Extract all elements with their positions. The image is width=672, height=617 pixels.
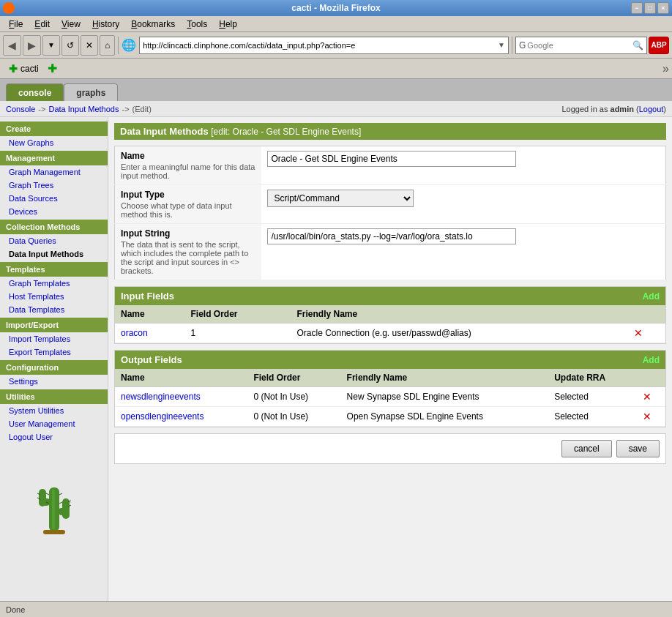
form-input-string-input[interactable] <box>267 228 516 244</box>
form-name-input[interactable] <box>267 151 516 167</box>
output-fields-header: Output Fields Add <box>115 351 665 369</box>
menu-edit[interactable]: Edit <box>29 18 56 31</box>
search-button[interactable]: 🔍 <box>632 40 643 51</box>
window-controls[interactable]: − □ × <box>631 2 669 14</box>
output-field-delete-1[interactable]: ✕ <box>637 407 665 427</box>
bookmark-label: cacti <box>20 64 39 74</box>
input-field-order-0: 1 <box>184 324 291 343</box>
input-fields-header: Input Fields Add <box>115 287 665 305</box>
input-field-delete-0[interactable]: ✕ <box>628 324 665 343</box>
sidebar-section-utilities: Utilities <box>0 389 108 404</box>
output-fields-col-name: Name <box>115 369 247 387</box>
bookmark-add-more[interactable]: ✚ <box>48 61 57 75</box>
menu-bookmarks[interactable]: Bookmarks <box>125 18 181 31</box>
sidebar-item-user-management[interactable]: User Management <box>0 417 108 430</box>
sidebar-item-data-sources[interactable]: Data Sources <box>0 192 108 205</box>
adblock-button[interactable]: ABP <box>649 37 669 54</box>
firefox-icon <box>3 2 15 14</box>
menubar: File Edit View History Bookmarks Tools H… <box>0 16 672 32</box>
menu-tools[interactable]: Tools <box>181 18 213 31</box>
sidebar-item-export-templates[interactable]: Export Templates <box>0 345 108 359</box>
bookmarks-overflow[interactable]: » <box>662 62 669 75</box>
url-icon: 🌐 <box>122 38 136 52</box>
menu-view[interactable]: View <box>56 18 86 31</box>
form-input-type-input-cell: Script/Command <box>261 185 666 224</box>
input-fields-col-order: Field Order <box>184 305 291 324</box>
breadcrumb-data-input[interactable]: Data Input Methods <box>48 105 119 113</box>
output-field-delete-0[interactable]: ✕ <box>637 387 665 407</box>
breadcrumb-console[interactable]: Console <box>6 105 35 113</box>
cacti-bookmark[interactable]: ✚ cacti <box>3 61 45 76</box>
input-fields-add[interactable]: Add <box>643 291 660 302</box>
statusbar: Done <box>0 601 672 617</box>
stop-button[interactable]: ✕ <box>81 35 98 56</box>
sidebar-item-data-templates[interactable]: Data Templates <box>0 303 108 316</box>
toolbar-separator <box>118 37 119 54</box>
input-fields-col-friendly: Friendly Name <box>291 305 628 324</box>
output-fields-tbody: newsdlengineevents 0 (Not In Use) New Sy… <box>115 387 665 427</box>
output-fields-header-row: Name Field Order Friendly Name Update RR… <box>115 369 665 387</box>
search-input[interactable] <box>527 41 632 50</box>
breadcrumb-sep1: -> <box>38 105 45 113</box>
tab-graphs[interactable]: graphs <box>64 83 118 101</box>
bookmark-add-icon: ✚ <box>9 63 18 75</box>
input-field-link-0[interactable]: oracon <box>121 328 148 338</box>
input-field-name-0: oracon <box>115 324 184 343</box>
logout-link[interactable]: Logout <box>639 105 664 113</box>
sidebar-item-devices[interactable]: Devices <box>0 205 108 218</box>
sidebar-item-data-input-methods[interactable]: Data Input Methods <box>0 247 108 261</box>
svg-line-10 <box>46 493 49 495</box>
sidebar-item-graph-management[interactable]: Graph Management <box>0 165 108 179</box>
input-field-row-0: oracon 1 Oracle Connection (e.g. user/pa… <box>115 324 665 343</box>
output-field-name-0: newsdlengineevents <box>115 387 247 407</box>
sidebar-item-settings[interactable]: Settings <box>0 375 108 388</box>
sidebar-item-host-templates[interactable]: Host Templates <box>0 290 108 303</box>
back-button[interactable]: ◀ <box>3 35 21 56</box>
breadcrumb-current: (Edit) <box>132 105 152 113</box>
sidebar-item-data-queries[interactable]: Data Queries <box>0 234 108 247</box>
sidebar-section-import-export: Import/Export <box>0 318 108 332</box>
output-field-order-1: 0 (Not In Use) <box>247 407 340 427</box>
address-input[interactable] <box>143 41 495 50</box>
output-field-friendly-1: Open Synapse SDL Engine Events <box>341 407 549 427</box>
breadcrumb-bar: Console -> Data Input Methods -> (Edit) … <box>0 101 672 117</box>
sidebar-item-graph-templates[interactable]: Graph Templates <box>0 277 108 290</box>
menu-help[interactable]: Help <box>213 18 243 31</box>
history-dropdown[interactable]: ▼ <box>42 35 60 56</box>
svg-rect-5 <box>52 489 55 530</box>
delete-icon-output-1[interactable]: ✕ <box>643 411 652 422</box>
delete-icon-input-0[interactable]: ✕ <box>634 327 643 339</box>
tab-console[interactable]: console <box>6 83 64 101</box>
form-input-type-select[interactable]: Script/Command <box>267 190 414 207</box>
menu-file[interactable]: File <box>3 18 29 31</box>
minimize-button[interactable]: − <box>631 2 643 14</box>
address-dropdown[interactable]: ▼ <box>498 41 505 49</box>
input-field-friendly-0: Oracle Connection (e.g. user/passwd@alia… <box>291 324 628 343</box>
output-fields-table: Name Field Order Friendly Name Update RR… <box>115 369 665 427</box>
sidebar-item-new-graphs[interactable]: New Graphs <box>0 136 108 149</box>
delete-icon-output-0[interactable]: ✕ <box>643 391 652 403</box>
maximize-button[interactable]: □ <box>644 2 656 14</box>
sidebar-item-import-templates[interactable]: Import Templates <box>0 332 108 345</box>
sidebar-item-graph-trees[interactable]: Graph Trees <box>0 179 108 192</box>
close-button[interactable]: × <box>657 2 669 14</box>
sidebar-section-management: Management <box>0 151 108 165</box>
output-fields-col-rra: Update RRA <box>548 369 637 387</box>
page-title: Data Input Methods <box>120 126 209 137</box>
reload-button[interactable]: ↺ <box>61 35 79 56</box>
sidebar-item-logout-user[interactable]: Logout User <box>0 430 108 444</box>
output-field-link-0[interactable]: newsdlengineevents <box>121 392 201 402</box>
output-field-link-1[interactable]: opensdlengineevents <box>121 411 204 422</box>
address-bar[interactable]: ▼ <box>139 37 509 54</box>
forward-button[interactable]: ▶ <box>23 35 41 56</box>
cancel-button[interactable]: cancel <box>561 440 612 457</box>
svg-line-11 <box>59 493 62 495</box>
sidebar-section-create: Create <box>0 121 108 136</box>
search-bar[interactable]: G 🔍 <box>515 37 647 54</box>
home-button[interactable]: ⌂ <box>100 35 115 56</box>
sidebar-section-configuration: Configuration <box>0 360 108 375</box>
save-button[interactable]: save <box>616 440 660 457</box>
menu-history[interactable]: History <box>86 18 125 31</box>
output-fields-add[interactable]: Add <box>643 355 660 365</box>
sidebar-item-system-utilities[interactable]: System Utilities <box>0 404 108 417</box>
